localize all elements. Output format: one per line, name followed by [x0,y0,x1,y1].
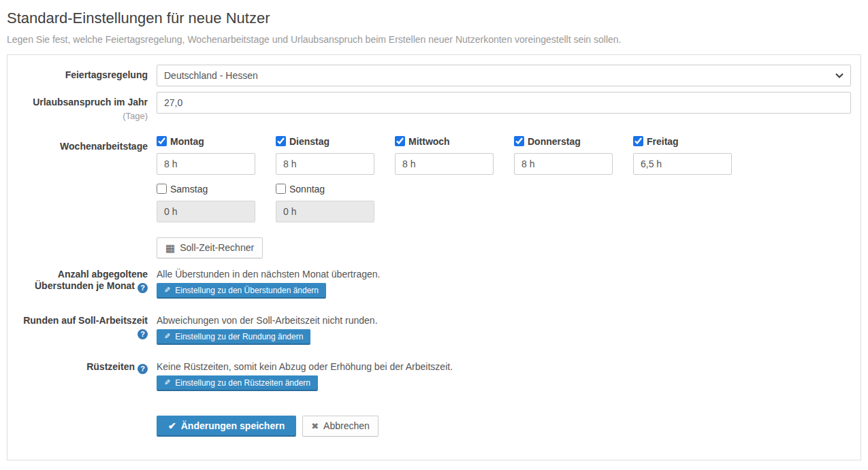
close-icon: ✖ [311,422,319,431]
holiday-regulation-select[interactable]: Deutschland - Hessen [157,65,851,86]
settings-page: Standard-Einstellungen für neue Nutzer L… [0,0,868,460]
overtime-label: Anzahl abgegoltene Überstunden je Monat [35,269,148,292]
check-icon: ✔ [168,421,176,431]
workday-wednesday: Mittwoch [395,136,494,175]
monday-hours-input[interactable] [157,153,255,175]
wednesday-checkbox[interactable] [395,136,405,146]
page-title: Standard-Einstellungen für neue Nutzer [7,10,861,27]
save-changes-label: Änderungen speichern [181,421,285,431]
weekend-row: Samstag Sonntag [157,184,851,222]
saturday-label: Samstag [170,184,208,195]
vacation-entitlement-unit-label: (Tage) [17,111,148,121]
workday-monday: Montag [157,136,255,175]
calculator-icon: ▦ [165,243,175,253]
thursday-label: Donnerstag [528,136,581,147]
rounding-label: Runden auf Soll-Arbeitszeit [23,315,148,326]
target-time-calculator-button[interactable]: ▦ Soll-Zeit-Rechner [157,237,263,258]
row-setup-times: Rüstzeiten? Keine Rüstzeiten, somit kein… [17,356,851,391]
monday-checkbox[interactable] [157,136,167,146]
friday-hours-input[interactable] [633,153,732,175]
change-overtime-setting-label: Einstellung zu den Überstunden ändern [175,286,319,295]
friday-label: Freitag [647,136,679,147]
overtime-help-icon[interactable]: ? [138,283,148,293]
cancel-button[interactable]: ✖ Abbrechen [302,416,379,437]
setup-times-description: Keine Rüstzeiten, somit kein Abzug oder … [157,356,851,372]
saturday-hours-input [157,201,255,222]
change-setup-times-setting-label: Einstellung zu den Rüstzeiten ändern [175,379,310,387]
sunday-checkbox[interactable] [276,184,286,194]
tuesday-hours-input[interactable] [276,153,374,175]
holiday-regulation-label: Feiertagsregelung [17,69,148,82]
thursday-hours-input[interactable] [514,153,613,175]
change-rounding-setting-label: Einstellung zu der Rundung ändern [175,333,303,341]
workday-thursday: Donnerstag [514,136,613,175]
saturday-checkbox[interactable] [157,184,167,194]
tuesday-label: Dienstag [289,136,329,147]
row-holiday-regulation: Feiertagsregelung Deutschland - Hessen [17,65,851,86]
row-overtime: Anzahl abgegoltene Überstunden je Monat?… [17,264,851,299]
workday-friday: Freitag [633,136,732,175]
row-vacation-entitlement: Urlaubsanspruch im Jahr (Tage) [17,92,851,121]
pencil-icon: ✎ [164,379,170,386]
change-overtime-setting-button[interactable]: ✎ Einstellung zu den Überstunden ändern [157,283,326,299]
rounding-description: Abweichungen von der Soll-Arbeitszeit ni… [157,310,851,326]
vacation-entitlement-label: Urlaubsanspruch im Jahr [17,97,148,109]
vacation-entitlement-input[interactable] [157,92,851,114]
sunday-label: Sonntag [289,184,325,195]
wednesday-hours-input[interactable] [395,153,494,175]
monday-label: Montag [170,136,204,147]
wednesday-label: Mittwoch [408,136,450,147]
setup-times-help-icon[interactable]: ? [138,364,148,374]
workdays-label: Wochenarbeitstage [17,141,148,153]
workday-tuesday: Dienstag [276,136,374,175]
friday-checkbox[interactable] [633,136,643,146]
change-setup-times-setting-button[interactable]: ✎ Einstellung zu den Rüstzeiten ändern [157,375,318,391]
page-subtitle: Legen Sie fest, welche Feiertagsregelung… [7,34,861,45]
pencil-icon: ✎ [164,333,170,340]
pencil-icon: ✎ [164,286,170,294]
weekday-row: Montag Dienstag Mitt [157,136,851,175]
row-rounding: Runden auf Soll-Arbeitszeit? Abweichunge… [17,310,851,345]
settings-panel: Feiertagsregelung Deutschland - Hessen U… [7,54,861,460]
rounding-help-icon[interactable]: ? [138,329,148,339]
tuesday-checkbox[interactable] [276,136,286,146]
thursday-checkbox[interactable] [514,136,524,146]
workday-sunday: Sonntag [276,184,374,222]
workday-saturday: Samstag [157,184,255,222]
change-rounding-setting-button[interactable]: ✎ Einstellung zu der Rundung ändern [157,329,310,345]
row-workdays: Wochenarbeitstage Montag Dienstag [17,136,851,258]
cancel-label: Abbrechen [323,421,370,431]
form-actions: ✔ Änderungen speichern ✖ Abbrechen [157,416,851,450]
sunday-hours-input [276,201,374,222]
target-time-calculator-label: Soll-Zeit-Rechner [180,243,254,252]
setup-times-label: Rüstzeiten [86,361,135,372]
save-changes-button[interactable]: ✔ Änderungen speichern [157,416,296,437]
overtime-description: Alle Überstunden in den nächsten Monat ü… [157,264,851,280]
